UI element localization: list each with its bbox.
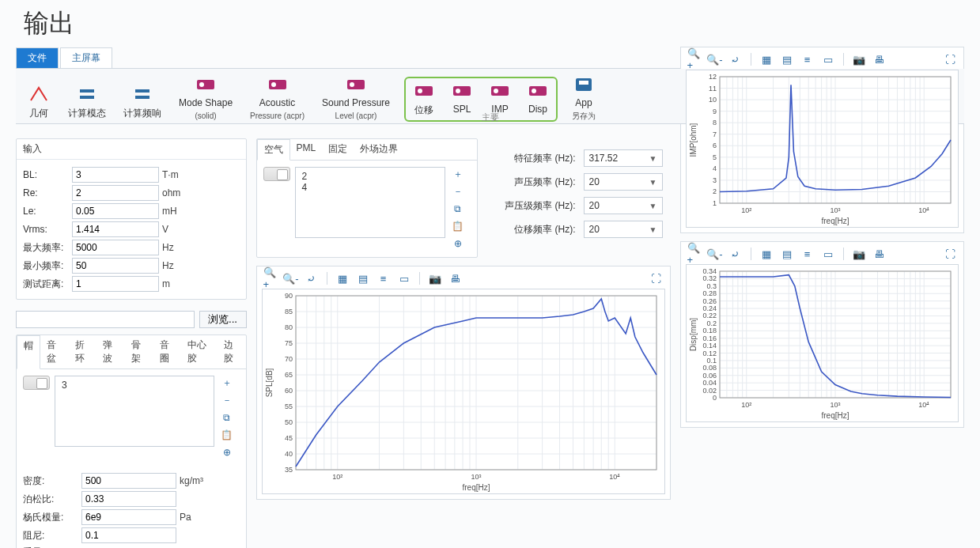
- expand-icon[interactable]: ⛶: [943, 52, 957, 66]
- input-unit: ohm: [162, 187, 194, 198]
- remove-icon[interactable]: －: [219, 393, 235, 407]
- tab-file[interactable]: 文件: [16, 47, 59, 68]
- camera-icon[interactable]: 📷: [428, 271, 442, 285]
- zoom-in-icon[interactable]: 🔍+: [263, 271, 278, 285]
- chart-view-icon[interactable]: ▤: [356, 271, 370, 285]
- zoom-in-icon[interactable]: 🔍+: [687, 52, 702, 66]
- prop-field[interactable]: [81, 473, 176, 489]
- browse-button[interactable]: 浏览...: [199, 311, 247, 328]
- list-view-icon[interactable]: ≡: [800, 247, 815, 261]
- input-field[interactable]: [72, 203, 159, 219]
- print-icon[interactable]: 🖶: [872, 247, 887, 261]
- svg-rect-1: [80, 96, 94, 99]
- table-view-icon[interactable]: ▭: [397, 271, 411, 285]
- input-row: Le: mH: [23, 203, 240, 219]
- browse-path-input[interactable]: [16, 311, 195, 328]
- input-field[interactable]: [72, 167, 159, 183]
- prop-field[interactable]: [81, 527, 176, 543]
- spl-plot-panel: 🔍+🔍-⤾▦▤≡▭📷🖶⛶ 35404550556065707580859010²…: [256, 266, 671, 500]
- remove-icon[interactable]: －: [450, 184, 466, 198]
- input-row: Vrms: V: [23, 221, 240, 237]
- svg-text:10²: 10²: [332, 473, 342, 481]
- freq-row: 特征频率 (Hz): 317.52 ▼: [497, 149, 663, 167]
- expand-icon[interactable]: ⛶: [943, 247, 957, 261]
- imp-chart: 12345678910111210²10³10⁴freq[Hz]IMP[ohm]: [687, 70, 959, 227]
- zoom-out-icon[interactable]: 🔍-: [284, 271, 298, 285]
- add-icon[interactable]: ＋: [219, 376, 235, 390]
- paste-icon[interactable]: 📋: [450, 219, 466, 233]
- toggle-icon[interactable]: [263, 167, 290, 181]
- list-item[interactable]: 4: [302, 182, 438, 193]
- domain-tab[interactable]: 空气: [257, 139, 290, 161]
- grid-view-icon[interactable]: ▦: [759, 52, 774, 66]
- svg-text:4: 4: [712, 164, 716, 172]
- toggle-icon[interactable]: [23, 376, 50, 390]
- freq-dropdown[interactable]: 20 ▼: [584, 173, 663, 191]
- zoom-reset-icon[interactable]: ⤾: [728, 247, 743, 261]
- print-icon[interactable]: 🖶: [872, 52, 887, 66]
- zoom-reset-icon[interactable]: ⤾: [305, 271, 319, 285]
- freq-dropdown[interactable]: 20 ▼: [584, 221, 663, 238]
- tab-home[interactable]: 主屏幕: [60, 47, 112, 68]
- input-field[interactable]: [72, 258, 159, 274]
- list-item[interactable]: 3: [62, 380, 207, 391]
- material-tab[interactable]: 音圈: [153, 335, 182, 368]
- disp-plot-panel: 🔍+🔍-⤾▦▤≡▭📷🖶⛶ 00.020.040.060.080.10.120.1…: [680, 241, 965, 428]
- prop-field[interactable]: [81, 509, 176, 525]
- zoom-in-icon[interactable]: 🔍+: [687, 247, 702, 261]
- svg-text:3: 3: [712, 176, 716, 184]
- domain-selection-list[interactable]: 24: [295, 167, 445, 238]
- prop-row: 密度: kg/m³: [23, 473, 240, 489]
- freq-label: 声压频率 (Hz):: [497, 176, 576, 189]
- input-label: 测试距离:: [23, 278, 69, 291]
- camera-icon[interactable]: 📷: [852, 52, 866, 66]
- freq-row: 声压频率 (Hz): 20 ▼: [497, 173, 663, 191]
- camera-icon[interactable]: 📷: [852, 247, 866, 261]
- material-tab[interactable]: 中心胶: [181, 335, 218, 368]
- chart-view-icon[interactable]: ▤: [780, 247, 794, 261]
- freq-value: 20: [589, 200, 600, 211]
- svg-text:10²: 10²: [741, 206, 751, 214]
- material-tab[interactable]: 折环: [69, 335, 97, 368]
- input-unit: V: [162, 224, 194, 235]
- grid-view-icon[interactable]: ▦: [335, 271, 350, 285]
- domain-tab[interactable]: 外场边界: [354, 139, 404, 160]
- freq-label: 位移频率 (Hz):: [497, 223, 576, 236]
- zoom-out-icon[interactable]: 🔍-: [708, 247, 722, 261]
- table-view-icon[interactable]: ▭: [821, 52, 835, 66]
- input-field[interactable]: [72, 185, 159, 201]
- material-tab[interactable]: 骨架: [125, 335, 153, 368]
- material-tab[interactable]: 音盆: [40, 335, 69, 368]
- input-field[interactable]: [72, 276, 159, 292]
- add-icon[interactable]: ＋: [450, 167, 466, 181]
- svg-text:0.24: 0.24: [702, 304, 717, 312]
- grid-view-icon[interactable]: ▦: [759, 247, 774, 261]
- table-view-icon[interactable]: ▭: [821, 247, 835, 261]
- target-icon[interactable]: ⊕: [219, 445, 235, 459]
- material-tab[interactable]: 弹波: [96, 335, 125, 368]
- print-icon[interactable]: 🖶: [448, 271, 463, 285]
- input-field[interactable]: [72, 221, 159, 237]
- paste-icon[interactable]: 📋: [219, 428, 235, 442]
- list-view-icon[interactable]: ≡: [800, 52, 815, 66]
- domain-tab[interactable]: 固定: [322, 139, 354, 160]
- list-view-icon[interactable]: ≡: [376, 271, 391, 285]
- freq-dropdown[interactable]: 317.52 ▼: [584, 149, 663, 167]
- chart-view-icon[interactable]: ▤: [780, 52, 794, 66]
- domain-tab[interactable]: PML: [290, 139, 323, 160]
- material-selection-list[interactable]: 3: [55, 376, 214, 447]
- svg-point-15: [494, 89, 498, 93]
- material-tab[interactable]: 边胶: [218, 335, 246, 368]
- input-field[interactable]: [72, 240, 159, 255]
- zoom-out-icon[interactable]: 🔍-: [708, 52, 722, 66]
- target-icon[interactable]: ⊕: [450, 236, 466, 251]
- prop-field[interactable]: [81, 491, 176, 507]
- freq-dropdown[interactable]: 20 ▼: [584, 197, 663, 214]
- list-item[interactable]: 2: [302, 171, 438, 182]
- copy-icon[interactable]: ⧉: [450, 202, 466, 216]
- expand-icon[interactable]: ⛶: [649, 271, 664, 285]
- zoom-reset-icon[interactable]: ⤾: [728, 52, 743, 66]
- svg-text:10³: 10³: [830, 401, 840, 409]
- material-tab[interactable]: 帽: [17, 335, 40, 369]
- copy-icon[interactable]: ⧉: [219, 410, 235, 425]
